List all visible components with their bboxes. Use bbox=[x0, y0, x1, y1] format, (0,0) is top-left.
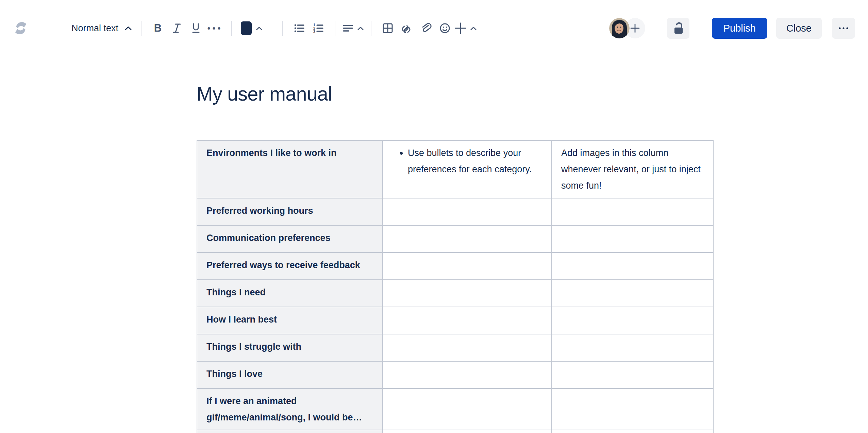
table-cell[interactable] bbox=[383, 361, 552, 388]
insert-more-button[interactable] bbox=[454, 19, 477, 38]
bullet-list: Use bullets to describe your preferences… bbox=[392, 145, 542, 177]
text-style-label: Normal text bbox=[71, 23, 118, 34]
bold-icon: B bbox=[154, 22, 162, 34]
numbered-list-button[interactable]: 1 2 3 bbox=[309, 19, 328, 38]
chevron-up-icon bbox=[124, 26, 132, 31]
cell-text[interactable]: Add images in this column whenever relev… bbox=[561, 145, 704, 194]
close-button[interactable]: Close bbox=[776, 18, 822, 39]
table-cell-category[interactable]: If I were an animated gif/meme/animal/so… bbox=[197, 388, 383, 430]
table-cell[interactable] bbox=[552, 253, 713, 280]
chevron-up-icon bbox=[470, 26, 477, 31]
table-cell-category[interactable] bbox=[197, 430, 383, 433]
table-cell[interactable] bbox=[552, 198, 713, 225]
table-cell-category[interactable]: Preferred working hours bbox=[197, 198, 383, 225]
table-cell[interactable] bbox=[383, 253, 552, 280]
toolbar-divider bbox=[141, 21, 141, 36]
avatar-photo bbox=[609, 18, 630, 38]
table-cell[interactable]: Use bullets to describe your preferences… bbox=[383, 140, 552, 198]
chevron-up-icon bbox=[357, 26, 364, 31]
underline-button[interactable] bbox=[186, 19, 205, 38]
close-label: Close bbox=[786, 23, 812, 34]
text-color-swatch-icon bbox=[241, 21, 252, 35]
table-cell-category[interactable]: Communication preferences bbox=[197, 225, 383, 253]
table-cell[interactable] bbox=[552, 388, 713, 430]
table-cell[interactable] bbox=[383, 280, 552, 307]
align-left-icon bbox=[342, 22, 354, 34]
unlock-icon bbox=[672, 22, 684, 34]
page-title[interactable]: My user manual bbox=[197, 82, 713, 106]
svg-text:3: 3 bbox=[313, 30, 315, 34]
table-cell[interactable]: Add images in this column whenever relev… bbox=[552, 140, 713, 198]
insert-link-button[interactable] bbox=[397, 19, 416, 38]
table-row: Communication preferences bbox=[197, 225, 713, 253]
formatting-toolbar: Normal text B ••• bbox=[69, 19, 477, 38]
alignment-button[interactable] bbox=[342, 19, 364, 38]
plus-icon bbox=[454, 22, 467, 34]
publish-label: Publish bbox=[723, 23, 756, 34]
attachment-icon bbox=[420, 22, 432, 34]
italic-icon bbox=[171, 22, 183, 34]
table-cell[interactable] bbox=[383, 430, 552, 433]
table-row: Environments I like to work in Use bulle… bbox=[197, 140, 713, 198]
toolbar-divider bbox=[371, 21, 371, 36]
table-cell[interactable] bbox=[552, 280, 713, 307]
more-formatting-button[interactable]: ••• bbox=[205, 19, 224, 38]
collaborators bbox=[609, 18, 645, 38]
table-cell[interactable] bbox=[552, 225, 713, 253]
table-row: How I learn best bbox=[197, 307, 713, 334]
insert-emoji-button[interactable] bbox=[435, 19, 454, 38]
more-actions-icon bbox=[838, 27, 849, 30]
table-cell[interactable] bbox=[552, 430, 713, 433]
table-cell[interactable] bbox=[383, 307, 552, 334]
user-manual-table: Environments I like to work in Use bulle… bbox=[197, 140, 714, 433]
table-row: Things I struggle with bbox=[197, 334, 713, 361]
table-cell[interactable] bbox=[383, 225, 552, 253]
bold-button[interactable]: B bbox=[148, 19, 167, 38]
table-row: Preferred working hours bbox=[197, 198, 713, 225]
table-row bbox=[197, 430, 713, 433]
table-row: If I were an animated gif/meme/animal/so… bbox=[197, 388, 713, 430]
bullet-item[interactable]: Use bullets to describe your preferences… bbox=[408, 145, 542, 177]
numbered-list-icon: 1 2 3 bbox=[313, 22, 324, 34]
more-actions-button[interactable] bbox=[832, 18, 855, 39]
table-row: Things I need bbox=[197, 280, 713, 307]
publish-button[interactable]: Publish bbox=[712, 18, 767, 39]
toolbar-divider bbox=[335, 21, 335, 36]
table-row: Preferred ways to receive feedback bbox=[197, 253, 713, 280]
restrictions-button[interactable] bbox=[667, 18, 689, 39]
toolbar-divider bbox=[231, 21, 232, 36]
plus-icon bbox=[630, 23, 640, 33]
table-cell[interactable] bbox=[552, 361, 713, 388]
table-cell[interactable] bbox=[552, 334, 713, 361]
emoji-icon bbox=[439, 22, 451, 34]
insert-table-button[interactable] bbox=[378, 19, 397, 38]
text-style-dropdown[interactable]: Normal text bbox=[69, 19, 134, 38]
table-cell[interactable] bbox=[552, 307, 713, 334]
bullet-list-icon bbox=[294, 22, 305, 34]
table-cell-category[interactable]: Things I love bbox=[197, 361, 383, 388]
table-row: Things I love bbox=[197, 361, 713, 388]
user-avatar[interactable] bbox=[609, 18, 630, 38]
more-formatting-icon: ••• bbox=[207, 24, 222, 33]
table-cell[interactable] bbox=[383, 198, 552, 225]
editor-toolbar: Normal text B ••• bbox=[0, 0, 868, 56]
table-cell-category[interactable]: Things I need bbox=[197, 280, 383, 307]
table-cell-category[interactable]: Environments I like to work in bbox=[197, 140, 383, 198]
table-cell[interactable] bbox=[383, 388, 552, 430]
table-icon bbox=[382, 22, 394, 34]
attach-file-button[interactable] bbox=[416, 19, 435, 38]
underline-icon bbox=[190, 22, 202, 34]
toolbar-divider bbox=[282, 21, 283, 36]
link-icon bbox=[401, 22, 413, 34]
italic-button[interactable] bbox=[167, 19, 186, 38]
table-cell-category[interactable]: Things I struggle with bbox=[197, 334, 383, 361]
confluence-logo-icon bbox=[12, 20, 29, 37]
table-cell[interactable] bbox=[383, 334, 552, 361]
chevron-up-icon bbox=[256, 26, 263, 31]
bullet-list-button[interactable] bbox=[290, 19, 309, 38]
table-cell-category[interactable]: How I learn best bbox=[197, 307, 383, 334]
text-color-button[interactable] bbox=[239, 19, 265, 38]
editor-actions: Publish Close bbox=[609, 18, 855, 39]
table-cell-category[interactable]: Preferred ways to receive feedback bbox=[197, 253, 383, 280]
page-editor: My user manual Environments I like to wo… bbox=[197, 82, 713, 433]
